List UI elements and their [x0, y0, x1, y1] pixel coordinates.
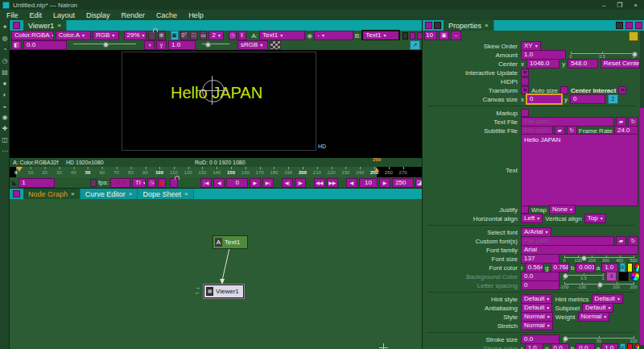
realtime-icon[interactable]: ◷ — [147, 178, 155, 188]
tab-properties[interactable]: Properties × — [444, 20, 494, 31]
turbo-mode-icon[interactable]: ‖ — [238, 31, 246, 40]
layer-dropdown[interactable]: Color.RGBA — [11, 31, 54, 40]
hidpi-checkbox[interactable] — [521, 77, 529, 85]
tab-close-icon[interactable]: × — [57, 22, 61, 29]
current-frame-field[interactable]: 0 — [226, 178, 247, 188]
last-frame-field[interactable]: 250 — [392, 178, 413, 188]
frame-increment-button[interactable]: ▶ — [379, 178, 390, 188]
eye-icon[interactable]: ◉ — [307, 32, 312, 39]
maximize-button[interactable]: ❐ — [617, 2, 622, 9]
stroke-size-slider[interactable]: 0 50 100 — [564, 335, 634, 343]
gain-field[interactable]: 0.0 — [23, 40, 67, 50]
play-backward-button[interactable]: ◀ — [213, 178, 225, 188]
justify-checkbox[interactable] — [521, 206, 529, 214]
amount-slider[interactable]: 0 0.5 1 — [571, 51, 634, 59]
menu-cache[interactable]: Cache — [156, 11, 177, 19]
menu-edit[interactable]: Edit — [30, 11, 43, 19]
color-nodes-icon[interactable]: ● — [1, 80, 9, 88]
gain-slider[interactable] — [73, 41, 136, 49]
stroke-color-b-field[interactable]: 0.0 — [576, 343, 594, 349]
vertical-align-dropdown[interactable]: Top — [584, 214, 606, 223]
menu-display[interactable]: Display — [86, 11, 110, 19]
close-button[interactable]: × — [634, 2, 638, 9]
roi-icon[interactable]: □ — [190, 31, 198, 40]
clip-to-format-icon[interactable]: ▣ — [171, 31, 179, 40]
play-forward-button[interactable]: ▶ — [250, 178, 261, 188]
interactive-update-checkbox[interactable] — [521, 69, 529, 77]
tab-close-icon[interactable]: × — [129, 190, 133, 197]
color-wheel-icon[interactable] — [634, 343, 640, 349]
frame-increment-field[interactable]: 10 — [359, 178, 378, 188]
menu-layout[interactable]: Layout — [53, 11, 75, 19]
refresh-icon[interactable]: 0° — [180, 31, 188, 40]
canvas-size-dim-button[interactable]: 2 — [608, 94, 618, 104]
viewer-canvas[interactable]: Hello JAPAN HD — [10, 50, 423, 158]
menu-help[interactable]: Help — [188, 11, 204, 19]
gamma-slider[interactable] — [202, 41, 229, 49]
tab-close-icon[interactable]: × — [71, 190, 75, 197]
timeline-playhead[interactable] — [16, 167, 23, 172]
clear-panels-icon[interactable]: – — [451, 31, 461, 40]
image-nodes-icon[interactable]: ◍ — [1, 35, 9, 43]
tab-close-icon[interactable]: × — [485, 22, 489, 29]
tab-dope-sheet[interactable]: Dope Sheet × — [138, 189, 193, 199]
tab-viewer1[interactable]: Viewer1 × — [23, 20, 67, 31]
colorspace-dropdown[interactable]: sRGB — [237, 40, 268, 50]
horizontal-align-dropdown[interactable]: Left — [521, 214, 543, 223]
pane-maximize-button[interactable] — [410, 32, 415, 39]
weight-dropdown[interactable]: Normal — [578, 312, 610, 322]
menu-file[interactable]: File — [6, 11, 19, 19]
center-interact-circle[interactable] — [202, 80, 225, 102]
frame-decrement-button[interactable]: ◀ — [346, 178, 357, 188]
node-text1[interactable]: A Text1 — [213, 235, 248, 249]
background-color-slider[interactable]: 0 0.5 1 — [564, 272, 603, 280]
letter-spacing-field[interactable]: 0 — [521, 280, 559, 290]
wrap-dropdown[interactable]: None — [549, 205, 576, 214]
gamma-toggle-icon[interactable]: ◑ — [144, 40, 155, 50]
first-frame-button[interactable]: |◀ — [200, 178, 212, 188]
reset-center-button[interactable]: Reset Center — [601, 59, 640, 69]
letter-spacing-slider[interactable]: -200 -100 0 100 200 — [564, 281, 634, 289]
stroke-color-g-field[interactable]: 0.0 — [551, 343, 569, 349]
node-viewer1[interactable]: ▦ Viewer1 — [204, 285, 244, 298]
select-tool-icon[interactable]: ✦ — [1, 23, 9, 31]
time-nodes-icon[interactable]: ◷ — [1, 57, 9, 65]
stroke-color-a-field[interactable]: 1.0 — [601, 343, 617, 349]
center-interact-checkbox[interactable] — [618, 86, 626, 94]
filter-nodes-icon[interactable]: ◐ — [1, 91, 9, 99]
canvas-size-y-field[interactable]: 0 — [570, 94, 605, 104]
markup-checkbox[interactable] — [521, 109, 529, 117]
background-color-dim-button[interactable]: 4 — [606, 272, 617, 281]
last-frame-button[interactable]: ▶| — [262, 178, 274, 188]
pane-anchor-button[interactable] — [434, 22, 441, 29]
stroke-color-r-field[interactable]: 1.0 — [525, 343, 543, 349]
gain-icon[interactable]: ◧ — [11, 40, 22, 50]
a-input-dropdown[interactable]: Text1 — [259, 31, 305, 40]
menu-render[interactable]: Render — [122, 11, 146, 19]
sync-timeline-icon[interactable]: ↗ — [410, 40, 420, 50]
keyer-nodes-icon[interactable]: ◒ — [1, 102, 9, 110]
next-frame-button[interactable]: |▶ — [295, 178, 306, 188]
max-panels-field[interactable]: 10 — [424, 31, 437, 40]
b-input-dropdown[interactable]: Text1 — [362, 31, 399, 40]
tab-close-icon[interactable]: × — [184, 190, 188, 197]
stroke-color-dim-button[interactable]: 4 — [620, 343, 625, 349]
viewer-input-arrows[interactable]: → ← — [195, 285, 200, 295]
gamma-icon[interactable]: γ — [156, 40, 167, 50]
pane-menu-button[interactable] — [13, 22, 20, 29]
center-y-field[interactable]: 548.0 — [568, 59, 598, 69]
font-color-b-field[interactable]: 0.0018 — [576, 263, 594, 272]
color-wheel-icon[interactable] — [630, 272, 640, 281]
font-size-slider[interactable]: 0 100 200 300 400 500 — [564, 255, 634, 263]
alpha-channel-dropdown[interactable]: Color.A — [56, 31, 91, 40]
merge-nodes-icon[interactable]: ◉ — [1, 114, 9, 122]
tab-curve-editor[interactable]: Curve Editor × — [80, 189, 138, 199]
properties-scrollbar[interactable] — [640, 31, 644, 349]
prev-keyframe-button[interactable]: ◀◀ — [314, 178, 325, 188]
stretch-dropdown[interactable]: Normal — [521, 321, 553, 330]
other-nodes-icon[interactable]: ⋯ — [1, 147, 9, 156]
transform-nodes-icon[interactable]: ✚ — [1, 125, 9, 133]
pane-menu-button[interactable] — [13, 190, 20, 197]
pane-maximize-button[interactable] — [625, 22, 633, 29]
next-keyframe-button[interactable]: ▶▶ — [327, 178, 338, 188]
